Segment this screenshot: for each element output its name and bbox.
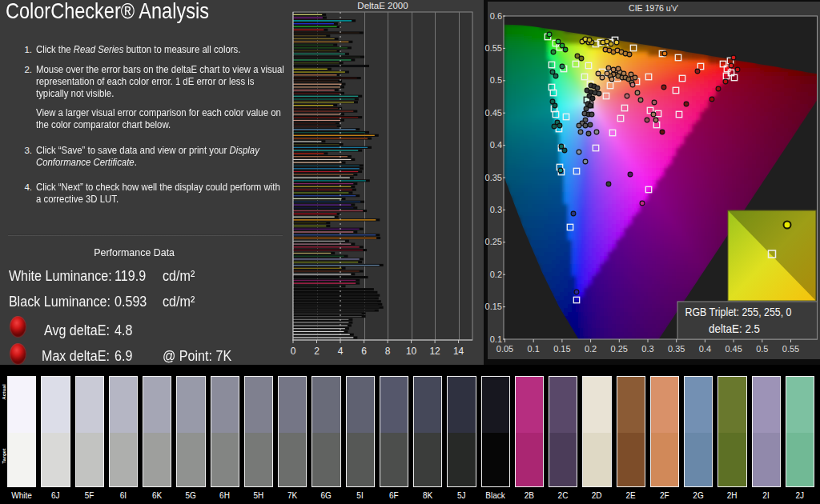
- svg-text:0.05: 0.05: [496, 344, 513, 354]
- svg-text:RGB Triplet: 255, 255, 0: RGB Triplet: 255, 255, 0: [685, 306, 792, 318]
- svg-text:0: 0: [291, 346, 296, 357]
- svg-text:0.1: 0.1: [490, 334, 502, 344]
- svg-text:DeltaE 2000: DeltaE 2000: [357, 1, 408, 10]
- svg-text:0.15: 0.15: [553, 344, 570, 354]
- svg-text:0.35: 0.35: [485, 173, 502, 182]
- svg-text:4: 4: [338, 346, 344, 357]
- svg-text:0.25: 0.25: [485, 237, 502, 246]
- svg-text:0.45: 0.45: [485, 108, 502, 118]
- svg-text:10: 10: [406, 346, 417, 357]
- svg-text:0.5: 0.5: [756, 344, 768, 354]
- svg-text:0.2: 0.2: [585, 344, 597, 354]
- svg-text:0.35: 0.35: [668, 344, 685, 354]
- svg-text:0.2: 0.2: [490, 270, 502, 279]
- svg-text:0.1: 0.1: [528, 344, 540, 354]
- svg-text:0.4: 0.4: [490, 140, 502, 150]
- svg-text:0.55: 0.55: [782, 344, 799, 354]
- svg-text:12: 12: [429, 346, 440, 357]
- svg-text:0.3: 0.3: [641, 344, 653, 354]
- svg-text:CIE 1976 u'v': CIE 1976 u'v': [629, 3, 678, 13]
- svg-text:0.6: 0.6: [490, 11, 502, 21]
- svg-text:0.15: 0.15: [485, 302, 502, 311]
- svg-text:0.4: 0.4: [699, 344, 711, 354]
- svg-text:2: 2: [314, 346, 320, 357]
- svg-text:6: 6: [361, 346, 367, 357]
- svg-text:14: 14: [453, 346, 464, 357]
- svg-text:deltaE: 2.5: deltaE: 2.5: [709, 322, 760, 335]
- svg-text:0.5: 0.5: [490, 75, 502, 85]
- svg-text:0.3: 0.3: [490, 205, 502, 214]
- svg-text:0.25: 0.25: [611, 344, 628, 354]
- svg-text:0.45: 0.45: [725, 344, 742, 354]
- svg-text:0.55: 0.55: [485, 43, 502, 53]
- svg-text:8: 8: [385, 346, 391, 357]
